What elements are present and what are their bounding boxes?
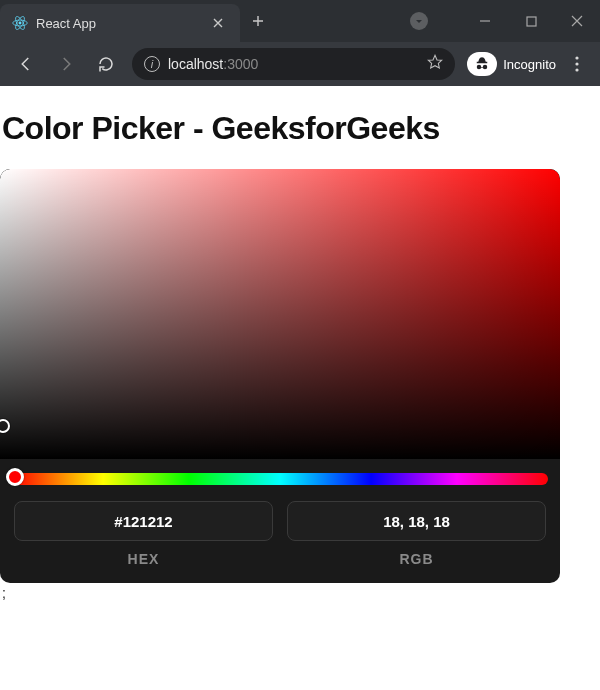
incognito-icon [471, 53, 493, 75]
color-values-row: #121212 HEX 18, 18, 18 RGB [0, 493, 560, 567]
site-info-icon[interactable]: i [144, 56, 160, 72]
svg-point-8 [575, 68, 578, 71]
color-picker: #121212 HEX 18, 18, 18 RGB [0, 169, 560, 583]
svg-point-0 [19, 22, 22, 25]
url-text: localhost:3000 [168, 56, 419, 72]
page-content: Color Picker - GeeksforGeeks #121212 HEX… [0, 86, 600, 601]
svg-point-7 [575, 62, 578, 65]
browser-toolbar: i localhost:3000 Incognito [0, 42, 600, 86]
tab-title: React App [36, 16, 198, 31]
back-button[interactable] [8, 46, 44, 82]
window-maximize-button[interactable] [508, 0, 554, 42]
page-heading: Color Picker - GeeksforGeeks [0, 110, 600, 147]
new-tab-button[interactable] [246, 9, 270, 33]
incognito-label: Incognito [503, 57, 556, 72]
svg-rect-4 [527, 17, 536, 26]
saturation-value-panel[interactable] [0, 169, 560, 459]
hue-pointer[interactable] [6, 468, 24, 486]
incognito-badge[interactable] [467, 52, 497, 76]
browser-menu-button[interactable] [562, 46, 592, 82]
tab-close-button[interactable] [206, 11, 230, 35]
rgb-value-box[interactable]: 18, 18, 18 [287, 501, 546, 541]
rgb-cell: 18, 18, 18 RGB [287, 501, 546, 567]
sv-pointer[interactable] [0, 419, 10, 433]
rgb-label: RGB [287, 551, 546, 567]
reload-button[interactable] [88, 46, 124, 82]
stray-semicolon: ; [0, 585, 600, 601]
browser-tab[interactable]: React App [0, 4, 240, 42]
address-bar[interactable]: i localhost:3000 [132, 48, 455, 80]
tab-strip: React App [0, 0, 270, 42]
url-port: :3000 [223, 56, 258, 72]
window-close-button[interactable] [554, 0, 600, 42]
hex-value: #121212 [114, 513, 172, 530]
svg-marker-5 [429, 55, 442, 68]
hue-gradient [12, 473, 548, 485]
react-favicon-icon [12, 15, 28, 31]
hex-value-box[interactable]: #121212 [14, 501, 273, 541]
svg-point-6 [575, 56, 578, 59]
tab-search-icon[interactable] [410, 12, 428, 30]
hue-slider[interactable] [0, 459, 560, 493]
hex-cell: #121212 HEX [14, 501, 273, 567]
window-titlebar: React App [0, 0, 600, 42]
bookmark-star-icon[interactable] [427, 54, 443, 74]
url-host: localhost [168, 56, 223, 72]
hex-label: HEX [14, 551, 273, 567]
rgb-value: 18, 18, 18 [383, 513, 450, 530]
forward-button[interactable] [48, 46, 84, 82]
window-minimize-button[interactable] [462, 0, 508, 42]
